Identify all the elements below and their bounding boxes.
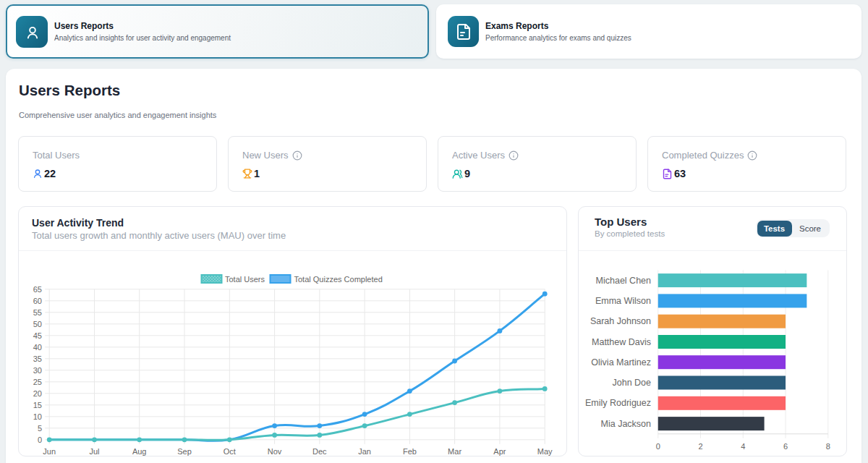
svg-text:25: 25 bbox=[33, 378, 42, 386]
svg-text:Olivia Martinez: Olivia Martinez bbox=[591, 357, 651, 368]
svg-text:Emily Rodriguez: Emily Rodriguez bbox=[585, 398, 651, 408]
svg-text:2: 2 bbox=[698, 442, 702, 451]
svg-text:Jun: Jun bbox=[43, 447, 56, 456]
svg-text:May: May bbox=[537, 447, 553, 456]
svg-text:Oct: Oct bbox=[224, 447, 236, 456]
svg-text:15: 15 bbox=[33, 401, 42, 409]
svg-text:Feb: Feb bbox=[403, 447, 417, 456]
svg-text:0: 0 bbox=[656, 442, 660, 451]
svg-text:40: 40 bbox=[33, 343, 42, 352]
svg-text:Apr: Apr bbox=[493, 447, 506, 456]
svg-text:65: 65 bbox=[33, 285, 42, 294]
svg-text:Emma Wilson: Emma Wilson bbox=[595, 296, 651, 306]
svg-text:35: 35 bbox=[33, 354, 42, 363]
svg-text:55: 55 bbox=[33, 308, 42, 317]
svg-text:Dec: Dec bbox=[312, 447, 327, 456]
svg-text:Mar: Mar bbox=[448, 447, 461, 456]
svg-text:Jul: Jul bbox=[89, 447, 99, 456]
svg-text:6: 6 bbox=[783, 442, 788, 451]
svg-text:50: 50 bbox=[33, 320, 42, 328]
svg-text:Matthew Davis: Matthew Davis bbox=[592, 337, 651, 347]
svg-text:John Doe: John Doe bbox=[612, 378, 651, 388]
svg-text:30: 30 bbox=[33, 366, 42, 375]
svg-text:4: 4 bbox=[741, 442, 745, 451]
svg-text:Total Quizzes Completed: Total Quizzes Completed bbox=[294, 275, 383, 284]
svg-text:60: 60 bbox=[33, 297, 42, 305]
svg-text:Sep: Sep bbox=[177, 447, 192, 456]
svg-text:Michael Chen: Michael Chen bbox=[596, 276, 651, 286]
svg-text:20: 20 bbox=[33, 389, 42, 398]
svg-text:45: 45 bbox=[33, 331, 42, 340]
svg-text:10: 10 bbox=[33, 412, 42, 421]
svg-text:Jan: Jan bbox=[358, 447, 371, 456]
svg-text:Nov: Nov bbox=[268, 447, 282, 456]
svg-text:Mia Jackson: Mia Jackson bbox=[601, 419, 652, 429]
svg-text:8: 8 bbox=[826, 442, 830, 451]
svg-text:0: 0 bbox=[38, 436, 42, 444]
svg-text:Total Users: Total Users bbox=[225, 275, 265, 284]
svg-text:5: 5 bbox=[38, 424, 42, 433]
svg-text:Aug: Aug bbox=[132, 447, 147, 456]
svg-text:Sarah Johnson: Sarah Johnson bbox=[590, 316, 651, 326]
